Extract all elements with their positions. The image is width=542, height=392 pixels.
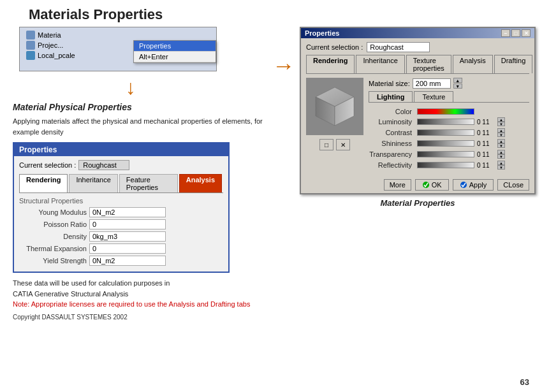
preview-btn-2[interactable]: ✕ [336,139,350,150]
yield-strength-input[interactable] [89,256,166,266]
catia-menu-area: Materia Projec... Local_pcale Properties… [19,27,217,71]
tab-analysis[interactable]: Analysis [179,174,222,192]
shin-up-arrow[interactable]: ▲ [497,139,505,143]
dialog-tab-analysis[interactable]: Analysis [453,55,493,73]
color-properties: Color Luminosity 0 11 ▲ ▼ [369,108,529,171]
color-prop-luminosity: Luminosity 0 11 ▲ ▼ [369,117,529,126]
dialog-current-sel: Current selection : Roughcast [306,42,529,52]
folder-icon-3 [26,51,35,60]
more-button[interactable]: More [384,179,411,191]
transparency-spinner[interactable]: ▲ ▼ [497,150,505,159]
prop-row-poisson: Poisson Ratio [19,219,223,229]
arrow-indicator-1: ↓ [32,76,230,99]
context-menu: Properties Alt+Enter [133,40,216,63]
transparency-value: 0 11 [477,151,495,158]
page-title: Materials Properties [0,0,542,27]
lum-down-arrow[interactable]: ▼ [497,122,505,126]
close-button[interactable]: ✕ [522,29,531,37]
dialog-title: Properties [305,29,339,37]
shininess-label: Shininess [369,140,414,147]
minimize-button[interactable]: − [501,29,510,37]
panel-tabs: Rendering Inheritance Feature Properties… [19,174,223,193]
trans-down-arrow[interactable]: ▼ [497,154,505,159]
color-label: Color [369,108,414,115]
density-label: Density [19,233,89,240]
folder-icon [26,31,35,40]
spin-down-arrow[interactable]: ▼ [453,83,462,89]
contrast-spinner[interactable]: ▲ ▼ [497,128,505,137]
spin-up-arrow[interactable]: ▲ [453,78,462,83]
bottom-text-note: Note: Appropriate licenses are required … [13,299,268,310]
bottom-text-line1: These data will be used for calculation … [13,278,268,289]
thermal-expansion-label: Thermal Expansion [19,245,89,252]
luminosity-value: 0 11 [477,119,495,126]
apply-button[interactable]: Apply [453,179,494,191]
shininess-spinner[interactable]: ▲ ▼ [497,139,505,148]
dialog-sel-value: Roughcast [367,42,430,52]
material-size-row: Material size: ▲ ▼ [369,78,529,89]
color-slider[interactable] [417,108,474,115]
copyright-text: Copyright DASSAULT SYSTEMES 2002 [13,312,268,322]
color-prop-reflectivity: Reflectivity 0 11 ▲ ▼ [369,161,529,170]
luminosity-label: Luminosity [369,118,414,126]
dialog-tab-rendering[interactable]: Rendering [306,55,355,73]
color-prop-transparency: Transparency 0 11 ▲ ▼ [369,150,529,159]
sub-tab-texture[interactable]: Texture [414,91,453,102]
section-title: Material Physical Properties [13,102,268,112]
context-menu-properties[interactable]: Properties [134,41,216,52]
structural-properties-label: Structural Properties [19,197,223,205]
current-selection-label: Current selection : [19,161,76,169]
bottom-text-block: These data will be used for calculation … [13,278,268,322]
right-bottom-label: Material Properties [380,198,455,208]
luminosity-spinner[interactable]: ▲ ▼ [497,117,505,126]
svg-point-4 [460,182,467,188]
material-size-label: Material size: [369,80,410,87]
reflectivity-spinner[interactable]: ▲ ▼ [497,161,505,170]
tab-inheritance[interactable]: Inheritance [69,174,117,192]
trans-up-arrow[interactable]: ▲ [497,150,505,154]
lum-up-arrow[interactable]: ▲ [497,117,505,122]
folder-icon-2 [26,41,35,50]
young-modulus-label: Young Modulus [19,208,89,216]
color-prop-contrast: Contrast 0 11 ▲ ▼ [369,128,529,137]
refl-up-arrow[interactable]: ▲ [497,161,505,165]
reflectivity-label: Reflectivity [369,161,414,169]
apply-icon [460,181,467,189]
shininess-slider[interactable] [417,140,474,147]
page-number: 63 [520,377,529,387]
close-dialog-button[interactable]: CLose [497,179,529,191]
contrast-value: 0 11 [477,129,495,136]
dialog-tab-texture-properties[interactable]: Texture properties [406,55,451,73]
thermal-expansion-input[interactable] [89,243,166,254]
con-down-arrow[interactable]: ▼ [497,133,505,137]
shininess-value: 0 11 [477,140,495,147]
ok-button[interactable]: OK [415,179,449,191]
reflectivity-slider[interactable] [417,162,474,168]
sub-tabs: Lighting Texture [369,91,529,103]
preview-btn-1[interactable]: □ [319,139,333,150]
young-modulus-input[interactable] [89,207,166,217]
maximize-button[interactable]: □ [511,29,520,37]
dialog-tab-inheritance[interactable]: Inheritance [356,55,404,73]
material-preview [306,78,363,135]
material-size-spinner[interactable]: ▲ ▼ [453,78,462,89]
tab-feature-properties[interactable]: Feature Properties [119,174,178,192]
shin-down-arrow[interactable]: ▼ [497,143,505,148]
luminosity-slider[interactable] [417,119,474,125]
dialog-tab-drafting[interactable]: Drafting [494,55,533,73]
dialog-bottom-buttons: More OK Apply CLose [301,175,534,193]
density-input[interactable] [89,231,166,242]
refl-down-arrow[interactable]: ▼ [497,165,505,170]
menu-item-materia: Materia [24,30,212,40]
current-selection-row: Current selection : Roughcast [19,160,223,170]
tab-rendering[interactable]: Rendering [19,174,68,192]
sub-tab-lighting[interactable]: Lighting [369,91,413,102]
poisson-ratio-input[interactable] [89,219,166,229]
material-size-input[interactable] [413,78,451,89]
properties-panel-title: Properties [14,143,228,156]
dialog-sel-label: Current selection : [306,43,363,51]
con-up-arrow[interactable]: ▲ [497,128,505,133]
contrast-slider[interactable] [417,129,474,136]
transparency-slider[interactable] [417,151,474,157]
context-menu-alt-enter[interactable]: Alt+Enter [134,52,216,62]
